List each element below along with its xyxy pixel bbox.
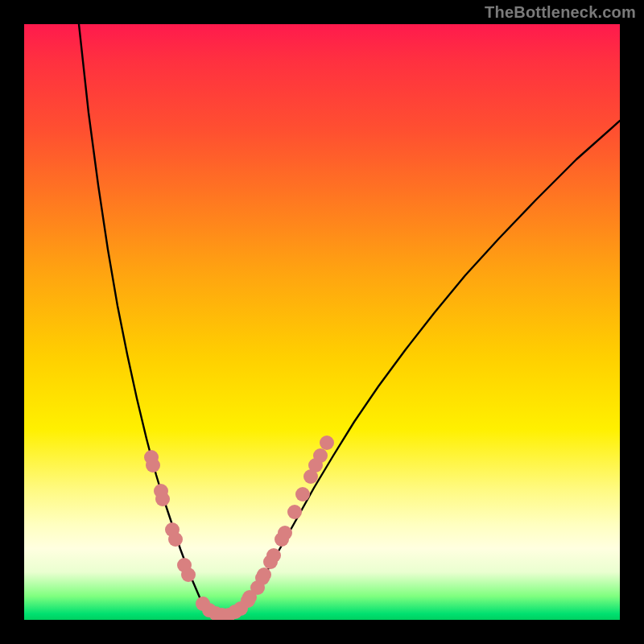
curve-markers (144, 436, 334, 620)
marker-dot (181, 568, 196, 582)
marker-dot (278, 526, 292, 540)
marker-dot (266, 548, 281, 563)
marker-dot (155, 492, 170, 506)
marker-dot (313, 448, 328, 463)
marker-dot (146, 458, 160, 473)
outer-frame: TheBottleneck.com (0, 0, 644, 644)
watermark-text: TheBottleneck.com (485, 3, 636, 22)
marker-dot (257, 568, 271, 582)
bottleneck-curve (79, 24, 620, 617)
marker-dot (168, 532, 183, 547)
marker-dot (320, 436, 334, 450)
curve-lines (79, 24, 620, 617)
marker-dot (287, 505, 302, 519)
plot-area (24, 24, 620, 620)
chart-svg (24, 24, 620, 620)
marker-dot (295, 487, 310, 502)
